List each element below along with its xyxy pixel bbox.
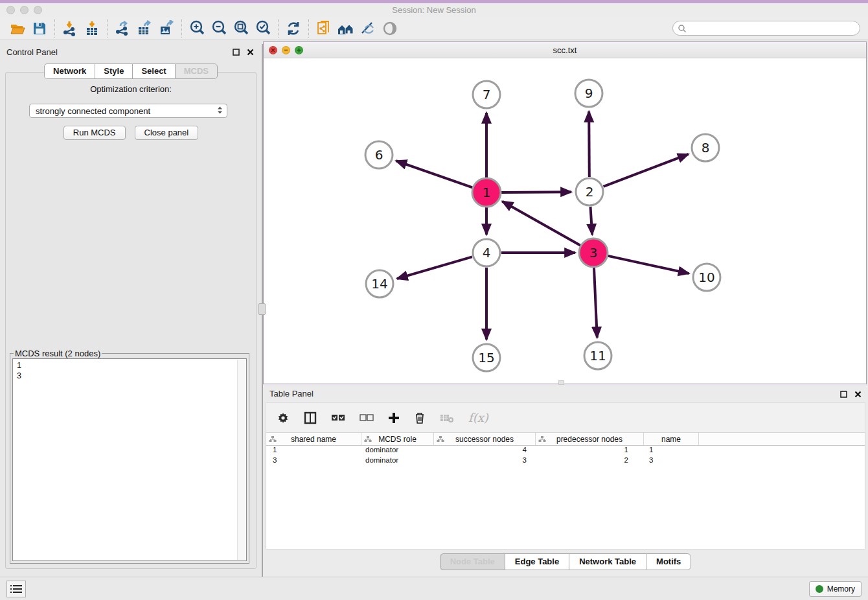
- graph-node-label-2: 2: [586, 184, 594, 200]
- mcds-result-title: MCDS result (2 nodes): [14, 349, 102, 358]
- apply-layout-icon[interactable]: [282, 19, 304, 38]
- mcds-result-text[interactable]: 1 3: [12, 358, 247, 561]
- clone-network-icon[interactable]: [313, 19, 335, 38]
- save-session-icon[interactable]: [29, 19, 51, 38]
- export-table-icon[interactable]: [133, 19, 155, 38]
- zoom-fit-icon[interactable]: [230, 19, 252, 38]
- hide-selected-icon[interactable]: [357, 19, 379, 38]
- import-table-icon[interactable]: [81, 19, 103, 38]
- graph-edge-2-3[interactable]: [591, 207, 593, 235]
- tab-network[interactable]: Network: [44, 63, 95, 79]
- column-header-shared-name[interactable]: shared name: [266, 433, 361, 445]
- graph-edge-1-6[interactable]: [396, 161, 472, 187]
- network-window-title: scc.txt: [264, 45, 866, 55]
- column-header-successor-nodes[interactable]: successor nodes: [434, 433, 536, 445]
- tab-select[interactable]: Select: [132, 63, 174, 79]
- column-header-predecessor-nodes[interactable]: predecessor nodes: [536, 433, 644, 445]
- search-box[interactable]: [672, 21, 860, 36]
- tab-style[interactable]: Style: [95, 63, 132, 79]
- control-panel-header: Control Panel: [0, 44, 262, 60]
- function-builder-icon[interactable]: f(x): [468, 411, 488, 424]
- table-cell[interactable]: 1: [644, 446, 699, 456]
- optimization-criterion-label: Optimization criterion:: [6, 84, 256, 94]
- toolbar-separator: [181, 19, 182, 38]
- zoom-in-icon[interactable]: [186, 19, 208, 38]
- table-cell[interactable]: 4: [434, 446, 536, 456]
- node-table[interactable]: shared name MCDS role successor nodes pr…: [266, 432, 865, 549]
- graph-edge-3-10[interactable]: [608, 256, 689, 273]
- table-row[interactable]: 3dominator323: [266, 456, 865, 467]
- column-header-name[interactable]: name: [644, 433, 699, 445]
- network-graph[interactable]: 7968124314101511: [264, 58, 866, 384]
- close-table-panel-icon[interactable]: [852, 389, 863, 399]
- criterion-select[interactable]: strongly connected component: [29, 104, 227, 118]
- zoom-out-icon[interactable]: [208, 19, 230, 38]
- table-panel-header: Table Panel: [263, 386, 868, 401]
- table-cell[interactable]: dominator: [361, 456, 434, 467]
- graph-edge-4-14[interactable]: [397, 257, 472, 279]
- criterion-selected-value: strongly connected component: [36, 106, 150, 116]
- add-column-icon[interactable]: [388, 412, 400, 424]
- open-file-icon[interactable]: [6, 19, 29, 38]
- deselect-all-checkboxes-icon[interactable]: [360, 413, 374, 422]
- run-mcds-button[interactable]: Run MCDS: [63, 126, 126, 140]
- table-panel: Table Panel: [263, 386, 868, 577]
- graph-node-label-11: 11: [589, 348, 606, 363]
- graph-node-label-6: 6: [375, 147, 383, 163]
- network-window-titlebar[interactable]: scc.txt: [264, 42, 866, 58]
- graph-node-label-15: 15: [478, 350, 494, 365]
- table-cell[interactable]: 3: [434, 456, 536, 467]
- search-icon: [678, 24, 687, 33]
- export-network-icon[interactable]: [111, 19, 133, 38]
- network-view-window: scc.txt 7968124314101511: [263, 41, 867, 384]
- close-panel-icon[interactable]: [245, 47, 255, 57]
- table-cell[interactable]: dominator: [361, 446, 434, 456]
- table-header-row: shared name MCDS role successor nodes pr…: [266, 433, 865, 446]
- application-window: Session: New Session: [0, 0, 868, 600]
- table-cell[interactable]: 2: [536, 456, 644, 467]
- tab-motifs[interactable]: Motifs: [646, 553, 691, 570]
- graph-edge-1-2[interactable]: [501, 192, 571, 192]
- graph-edge-3-1[interactable]: [502, 202, 580, 246]
- tab-mcds[interactable]: MCDS: [175, 63, 218, 79]
- network-canvas[interactable]: 7968124314101511: [264, 58, 866, 384]
- float-table-panel-icon[interactable]: [838, 389, 849, 399]
- close-panel-button[interactable]: Close panel: [135, 126, 199, 140]
- show-all-icon[interactable]: [379, 19, 401, 38]
- delete-table-icon[interactable]: [440, 413, 454, 423]
- graph-edge-2-8[interactable]: [604, 154, 689, 187]
- column-layout-icon[interactable]: [304, 411, 317, 424]
- window-titlebar: Session: New Session: [0, 3, 868, 17]
- canvas-resize-handle[interactable]: [558, 380, 564, 385]
- export-image-icon[interactable]: [155, 19, 177, 38]
- import-network-icon[interactable]: [59, 19, 81, 38]
- result-scrollbar[interactable]: [237, 360, 246, 560]
- table-cell[interactable]: 1: [536, 446, 644, 456]
- tab-edge-table[interactable]: Edge Table: [505, 553, 569, 570]
- float-panel-icon[interactable]: [231, 47, 241, 57]
- table-cell[interactable]: 1: [266, 446, 361, 456]
- table-options-icon[interactable]: [277, 411, 290, 424]
- toolbar-separator: [107, 19, 108, 38]
- tab-network-table[interactable]: Network Table: [569, 553, 646, 570]
- table-cell[interactable]: 3: [266, 456, 361, 467]
- table-cell[interactable]: 3: [644, 456, 699, 467]
- control-panel: Control Panel Network Style Select MCDS …: [0, 44, 262, 577]
- toolbar-separator: [278, 19, 279, 38]
- first-neighbors-icon[interactable]: [335, 19, 357, 38]
- delete-column-icon[interactable]: [414, 411, 426, 424]
- table-row[interactable]: 1dominator411: [266, 446, 865, 456]
- zoom-selected-icon[interactable]: [252, 19, 274, 38]
- graph-node-label-9: 9: [585, 86, 593, 101]
- list-icon: [10, 584, 22, 594]
- select-all-checkboxes-icon[interactable]: [331, 413, 345, 422]
- search-input[interactable]: [689, 24, 860, 33]
- column-header-mcds-role[interactable]: MCDS role: [361, 433, 434, 445]
- mcds-panel-body: Optimization criterion: strongly connect…: [5, 72, 257, 569]
- tab-node-table[interactable]: Node Table: [440, 553, 505, 570]
- memory-button[interactable]: Memory: [809, 581, 862, 597]
- splitter-handle[interactable]: [258, 303, 266, 315]
- graph-edge-2-9[interactable]: [589, 111, 589, 177]
- graph-edge-3-11[interactable]: [594, 268, 597, 338]
- task-history-button[interactable]: [6, 581, 26, 597]
